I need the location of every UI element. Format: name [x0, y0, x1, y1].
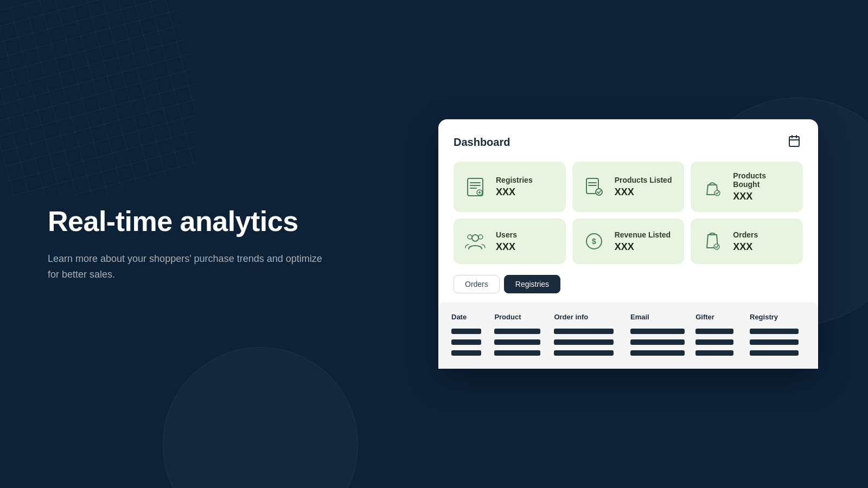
svg-point-17 — [472, 235, 478, 241]
cell-order-1 — [554, 329, 614, 334]
col-header-order-info: Order info — [554, 313, 626, 321]
orders-icon — [699, 228, 725, 254]
dollar-icon: $ — [581, 228, 607, 254]
table-header-row: Date Product Order info Email Gifter Reg… — [449, 313, 807, 321]
stat-label-orders: Orders — [733, 230, 758, 239]
cell-product-1 — [494, 329, 540, 334]
cell-product-3 — [494, 350, 540, 356]
stat-label-users: Users — [496, 230, 517, 239]
stat-value-users: XXX — [496, 241, 517, 253]
table-section: Date Product Order info Email Gifter Reg… — [438, 302, 818, 369]
stat-card-products-bought[interactable]: Products Bought XXX — [691, 162, 803, 212]
cell-order-2 — [554, 339, 614, 345]
cell-date-3 — [451, 350, 481, 356]
cell-registry-1 — [750, 329, 799, 334]
cell-date-1 — [451, 329, 481, 334]
tab-registries[interactable]: Registries — [504, 275, 560, 293]
table-rows — [449, 329, 807, 356]
stat-card-revenue-listed[interactable]: $ Revenue Listed XXX — [572, 219, 685, 264]
col-header-email: Email — [630, 313, 691, 321]
cell-registry-2 — [750, 339, 799, 345]
tab-orders[interactable]: Orders — [454, 275, 500, 293]
stat-info-orders: Orders XXX — [733, 230, 758, 253]
col-header-date: Date — [451, 313, 490, 321]
stat-info-users: Users XXX — [496, 230, 517, 253]
cell-gifter-3 — [695, 350, 733, 356]
cell-gifter-2 — [695, 339, 733, 345]
stats-grid: Registries XXX Products Listed XXX — [454, 162, 803, 264]
stat-value-products-listed: XXX — [615, 187, 672, 198]
calendar-icon[interactable] — [788, 134, 803, 150]
svg-text:$: $ — [592, 237, 596, 246]
table-row — [449, 350, 807, 356]
stat-info-revenue-listed: Revenue Listed XXX — [615, 230, 671, 253]
cell-email-2 — [630, 339, 685, 345]
cell-product-2 — [494, 339, 540, 345]
cell-order-3 — [554, 350, 614, 356]
stat-card-products-listed[interactable]: Products Listed XXX — [572, 162, 685, 212]
dashboard-title: Dashboard — [454, 136, 510, 149]
col-header-gifter: Gifter — [695, 313, 745, 321]
cell-date-2 — [451, 339, 481, 345]
stat-label-products-bought: Products Bought — [733, 171, 794, 189]
cell-registry-3 — [750, 350, 799, 356]
stat-label-revenue-listed: Revenue Listed — [615, 230, 671, 239]
stat-card-users[interactable]: Users XXX — [454, 219, 566, 264]
stat-card-orders[interactable]: Orders XXX — [691, 219, 803, 264]
svg-point-15 — [596, 189, 602, 195]
bg-circle-left — [163, 347, 358, 488]
col-header-product: Product — [494, 313, 550, 321]
cell-email-1 — [630, 329, 685, 334]
cell-gifter-1 — [695, 329, 733, 334]
table-row — [449, 339, 807, 345]
stat-card-registries[interactable]: Registries XXX — [454, 162, 566, 212]
list-icon — [462, 174, 488, 200]
col-header-registry: Registry — [750, 313, 805, 321]
stat-value-revenue-listed: XXX — [615, 241, 671, 253]
users-icon — [462, 228, 488, 254]
stat-label-products-listed: Products Listed — [615, 176, 672, 184]
svg-rect-0 — [0, 0, 195, 195]
stat-info-registries: Registries XXX — [496, 176, 533, 198]
tag-icon — [581, 174, 607, 200]
stat-value-products-bought: XXX — [733, 191, 794, 202]
bag-icon — [699, 174, 725, 200]
cell-email-3 — [630, 350, 685, 356]
svg-point-19 — [468, 235, 472, 239]
main-title: Real-time analytics — [48, 206, 330, 238]
dashboard-header: Dashboard — [454, 134, 803, 150]
left-content-area: Real-time analytics Learn more about you… — [48, 206, 330, 282]
subtitle-text: Learn more about your shoppers' purchase… — [48, 251, 330, 282]
tabs-row: Orders Registries — [454, 275, 803, 293]
svg-rect-1 — [789, 137, 799, 146]
table-row — [449, 329, 807, 334]
stat-value-orders: XXX — [733, 241, 758, 253]
dashboard-card: Dashboard — [438, 119, 818, 369]
stat-info-products-listed: Products Listed XXX — [615, 176, 672, 198]
stat-value-registries: XXX — [496, 187, 533, 198]
stat-label-registries: Registries — [496, 176, 533, 184]
stat-info-products-bought: Products Bought XXX — [733, 171, 794, 202]
bg-grid-pattern — [0, 0, 195, 195]
svg-point-18 — [478, 235, 483, 239]
